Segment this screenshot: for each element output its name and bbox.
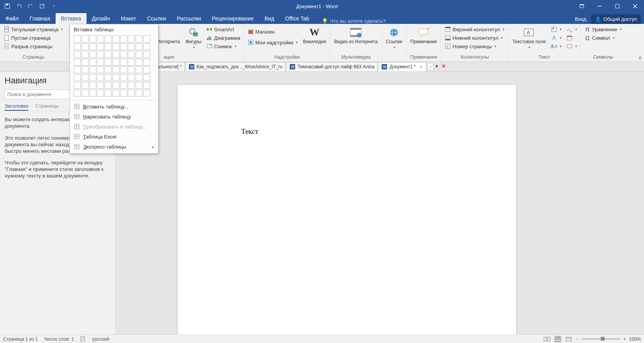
table-grid-cell[interactable]	[97, 66, 104, 73]
qat-customize-icon[interactable]: ⁼	[48, 0, 59, 12]
table-grid-cell[interactable]	[82, 59, 88, 66]
table-grid-cell[interactable]	[105, 35, 112, 42]
table-grid-cell[interactable]	[89, 59, 96, 66]
table-grid-cell[interactable]	[120, 66, 127, 73]
links-button[interactable]: Ссылки▾	[384, 25, 404, 50]
table-grid-cell[interactable]	[97, 35, 104, 42]
online-video-button[interactable]: Видео из Интернета	[333, 25, 379, 46]
ribbon-tab-файл[interactable]: Файл	[0, 13, 24, 24]
table-grid-cell[interactable]	[120, 51, 127, 58]
my-addins-button[interactable]: Мои надстройки▾	[246, 39, 299, 46]
table-grid-cell[interactable]	[143, 59, 150, 66]
table-grid-cell[interactable]	[136, 74, 143, 81]
object-button[interactable]: ▾	[565, 42, 578, 50]
blank-page-button[interactable]: Пустая страница	[2, 34, 64, 42]
table-grid-cell[interactable]	[128, 59, 135, 66]
cover-page-button[interactable]: Титульная страница▾	[2, 25, 64, 33]
table-grid-cell[interactable]	[143, 43, 150, 50]
table-grid-cell[interactable]	[82, 90, 88, 96]
table-grid-cell[interactable]	[97, 59, 104, 66]
table-grid-cell[interactable]	[82, 43, 88, 50]
store-button[interactable]: Магазин	[246, 28, 299, 35]
table-grid-cell[interactable]	[143, 51, 150, 58]
ribbon-tab-рецензирование[interactable]: Рецензирование	[207, 13, 259, 24]
read-mode-icon[interactable]	[543, 336, 551, 343]
undo-icon[interactable]	[13, 0, 25, 12]
table-grid-cell[interactable]	[112, 66, 119, 73]
table-grid-cell[interactable]	[89, 90, 96, 96]
close-all-icon[interactable]: ✕	[440, 63, 447, 70]
status-language[interactable]: русский	[92, 336, 109, 342]
page-number-button[interactable]: #Номер страницы▾	[443, 42, 506, 50]
table-menu-item[interactable]: Экспресс-таблицы▸	[70, 142, 158, 152]
status-page[interactable]: Страница 1 из 1	[3, 336, 38, 342]
table-grid-cell[interactable]	[89, 82, 96, 89]
print-layout-icon[interactable]	[554, 336, 562, 343]
table-grid-cell[interactable]	[143, 90, 150, 96]
table-grid-cell[interactable]	[97, 82, 104, 89]
table-grid-cell[interactable]	[136, 66, 143, 73]
table-grid-cell[interactable]	[120, 43, 127, 50]
table-menu-item[interactable]: Вставить таблицу...	[70, 101, 158, 112]
table-grid-cell[interactable]	[74, 90, 81, 96]
table-grid-cell[interactable]	[105, 51, 112, 58]
signin-link[interactable]: Вход	[575, 16, 586, 22]
table-grid-cell[interactable]	[89, 43, 96, 50]
document-tab[interactable]: WДокумент1 *✕	[378, 62, 426, 71]
table-grid-cell[interactable]	[120, 59, 127, 66]
table-grid-cell[interactable]	[105, 90, 112, 96]
equation-button[interactable]: πУравнение▾	[583, 25, 623, 33]
status-words[interactable]: Число слов: 1	[44, 336, 74, 342]
table-grid-cell[interactable]	[120, 74, 127, 81]
table-grid-cell[interactable]	[136, 35, 143, 42]
table-grid-cell[interactable]	[120, 82, 127, 89]
table-grid-cell[interactable]	[89, 51, 96, 58]
touch-mode-icon[interactable]	[36, 0, 48, 12]
table-grid-cell[interactable]	[82, 51, 88, 58]
table-grid-cell[interactable]	[89, 74, 96, 81]
table-grid-cell[interactable]	[136, 43, 143, 50]
ribbon-tab-office tab[interactable]: Office Tab	[280, 13, 315, 24]
drop-cap-button[interactable]: A≡▾	[550, 42, 563, 50]
table-grid-cell[interactable]	[112, 59, 119, 66]
table-grid-cell[interactable]	[97, 74, 104, 81]
ribbon-tab-дизайн[interactable]: Дизайн	[87, 13, 116, 24]
page-area[interactable]: Текст	[116, 72, 644, 335]
ribbon-tab-главная[interactable]: Главная	[24, 13, 55, 24]
wikipedia-button[interactable]: WВикипедия	[301, 25, 328, 46]
signature-line-button[interactable]: ▾	[565, 25, 578, 33]
table-grid-cell[interactable]	[112, 90, 119, 96]
ribbon-tab-макет[interactable]: Макет	[116, 13, 142, 24]
table-grid-cell[interactable]	[74, 43, 81, 50]
table-grid-cell[interactable]	[136, 59, 143, 66]
table-grid-cell[interactable]	[128, 51, 135, 58]
table-grid-cell[interactable]	[105, 74, 112, 81]
table-grid-cell[interactable]	[82, 82, 88, 89]
zoom-level[interactable]: 100%	[629, 336, 641, 342]
table-grid-cell[interactable]	[105, 43, 112, 50]
document-page[interactable]: Текст	[178, 85, 516, 335]
table-grid-cell[interactable]	[128, 90, 135, 96]
table-grid-cell[interactable]	[74, 51, 81, 58]
table-grid-cell[interactable]	[97, 51, 104, 58]
table-grid-cell[interactable]	[128, 43, 135, 50]
table-grid-cell[interactable]	[120, 90, 127, 96]
table-grid-cell[interactable]	[105, 66, 112, 73]
table-grid-cell[interactable]	[143, 82, 150, 89]
tab-options-icon[interactable]: ▾	[434, 63, 439, 70]
table-grid-cell[interactable]	[74, 59, 81, 66]
ribbon-tab-вставка[interactable]: Вставка	[56, 13, 87, 24]
table-grid-cell[interactable]	[128, 74, 135, 81]
table-grid-cell[interactable]	[143, 66, 150, 73]
document-tab[interactable]: WКак_подписать_док..._WiseAdvice_IT_ru	[185, 62, 286, 71]
shapes-button[interactable]: Фигуры▾	[184, 25, 203, 50]
date-time-button[interactable]	[565, 34, 578, 42]
zoom-out-button[interactable]: −	[576, 336, 578, 342]
spell-check-icon[interactable]	[80, 336, 86, 342]
table-menu-item[interactable]: Таблица Excel	[70, 132, 158, 142]
table-grid-cell[interactable]	[82, 74, 88, 81]
table-grid-cell[interactable]	[74, 66, 81, 73]
table-grid-cell[interactable]	[89, 35, 96, 42]
table-grid-cell[interactable]	[120, 35, 127, 42]
page-break-button[interactable]: Разрыв страницы	[2, 42, 64, 50]
